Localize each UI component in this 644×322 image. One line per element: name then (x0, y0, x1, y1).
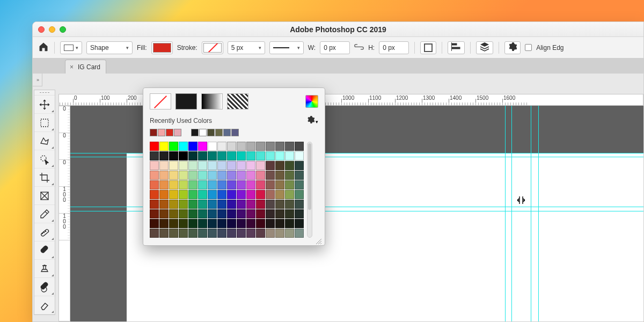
palette-swatch[interactable] (208, 209, 217, 218)
palette-swatch[interactable] (246, 142, 255, 151)
palette-swatch[interactable] (198, 142, 207, 151)
eraser-tool[interactable] (34, 296, 55, 314)
palette-swatch[interactable] (188, 219, 197, 228)
palette-swatch[interactable] (285, 151, 294, 160)
palette-swatch[interactable] (256, 229, 265, 238)
palette-swatch[interactable] (169, 190, 178, 199)
palette-swatch[interactable] (208, 219, 217, 228)
scrollbar-thumb[interactable] (308, 143, 311, 210)
stroke-style-dropdown[interactable]: ▾ (269, 41, 304, 54)
palette-swatch[interactable] (246, 229, 255, 238)
palette-swatch[interactable] (246, 151, 255, 160)
palette-swatch[interactable] (159, 171, 169, 180)
resize-grip-icon[interactable] (315, 237, 321, 243)
palette-swatch[interactable] (150, 151, 159, 160)
palette-swatch[interactable] (159, 151, 169, 160)
palette-swatch[interactable] (208, 229, 217, 238)
palette-swatch[interactable] (275, 180, 284, 189)
palette-swatch[interactable] (208, 142, 217, 151)
lasso-tool[interactable] (34, 132, 55, 150)
palette-swatch[interactable] (179, 151, 188, 160)
home-button[interactable] (38, 41, 49, 54)
stroke-color-dropdown[interactable] (202, 41, 223, 54)
palette-swatch[interactable] (246, 180, 255, 189)
path-alignment-button[interactable] (448, 41, 465, 54)
palette-swatch[interactable] (179, 142, 188, 151)
palette-swatch[interactable] (150, 229, 159, 238)
palette-swatch[interactable] (179, 229, 188, 238)
palette-swatch[interactable] (198, 171, 207, 180)
palette-swatch[interactable] (227, 161, 236, 170)
palette-swatch[interactable] (285, 171, 294, 180)
palette-swatch[interactable] (150, 219, 159, 228)
palette-swatch[interactable] (295, 151, 304, 160)
palette-swatch[interactable] (275, 219, 284, 228)
palette-swatch[interactable] (266, 161, 275, 170)
palette-swatch[interactable] (246, 209, 255, 218)
history-brush-tool[interactable] (34, 278, 55, 296)
palette-swatch[interactable] (295, 180, 304, 189)
palette-swatch[interactable] (217, 209, 226, 218)
palette-swatch[interactable] (266, 180, 275, 189)
palette-swatch[interactable] (295, 190, 304, 199)
palette-swatch[interactable] (275, 200, 284, 209)
shape-settings-button[interactable] (504, 41, 521, 54)
palette-swatch[interactable] (188, 171, 197, 180)
palette-swatch[interactable] (275, 142, 284, 151)
palette-swatch[interactable] (179, 219, 188, 228)
palette-swatch[interactable] (237, 142, 246, 151)
palette-swatch[interactable] (198, 190, 207, 199)
palette-swatch[interactable] (169, 171, 178, 180)
palette-swatch[interactable] (150, 190, 159, 199)
palette-swatch[interactable] (246, 171, 255, 180)
recent-swatch[interactable] (207, 129, 215, 136)
palette-swatch[interactable] (266, 171, 275, 180)
palette-swatch[interactable] (285, 209, 294, 218)
recent-swatch[interactable] (223, 129, 231, 136)
palette-swatch[interactable] (217, 229, 226, 238)
palette-swatch[interactable] (208, 161, 217, 170)
palette-swatch[interactable] (198, 219, 207, 228)
palette-swatch[interactable] (227, 200, 236, 209)
palette-swatch[interactable] (227, 190, 236, 199)
palette-swatch[interactable] (159, 161, 169, 170)
palette-swatch[interactable] (285, 200, 294, 209)
shape-preset-dropdown[interactable]: ▾ (60, 41, 82, 54)
palette-swatch[interactable] (217, 171, 226, 180)
palette-swatch[interactable] (295, 219, 304, 228)
palette-swatch[interactable] (169, 151, 178, 160)
palette-swatch[interactable] (169, 161, 178, 170)
palette-swatch[interactable] (256, 200, 265, 209)
palette-swatch[interactable] (256, 219, 265, 228)
color-panel-menu-button[interactable]: ▾ (307, 116, 318, 126)
palette-swatch[interactable] (237, 209, 246, 218)
palette-swatch[interactable] (198, 161, 207, 170)
tool-mode-dropdown[interactable]: Shape ▾ (86, 41, 133, 54)
palette-swatch[interactable] (295, 229, 304, 238)
palette-swatch[interactable] (256, 171, 265, 180)
palette-swatch[interactable] (256, 151, 265, 160)
vertical-ruler[interactable]: 000100100 (58, 106, 70, 321)
palette-scrollbar[interactable] (307, 142, 312, 238)
palette-swatch[interactable] (169, 209, 178, 218)
palette-swatch[interactable] (217, 200, 226, 209)
palette-swatch[interactable] (159, 209, 169, 218)
clone-stamp-tool[interactable] (34, 260, 55, 278)
pattern-toggle[interactable] (227, 93, 248, 109)
recent-swatch[interactable] (158, 129, 165, 136)
palette-swatch[interactable] (256, 180, 265, 189)
recent-swatch[interactable] (215, 129, 223, 136)
palette-swatch[interactable] (179, 180, 188, 189)
expand-panels-button[interactable]: » (33, 74, 42, 86)
palette-swatch[interactable] (295, 200, 304, 209)
tools-grip[interactable] (34, 90, 55, 96)
palette-swatch[interactable] (217, 151, 226, 160)
close-window-button[interactable] (38, 26, 45, 33)
recent-swatch[interactable] (191, 129, 199, 136)
palette-swatch[interactable] (159, 219, 169, 228)
palette-swatch[interactable] (198, 180, 207, 189)
palette-swatch[interactable] (198, 229, 207, 238)
palette-swatch[interactable] (150, 209, 159, 218)
recent-swatch[interactable] (231, 129, 239, 136)
palette-swatch[interactable] (188, 161, 197, 170)
